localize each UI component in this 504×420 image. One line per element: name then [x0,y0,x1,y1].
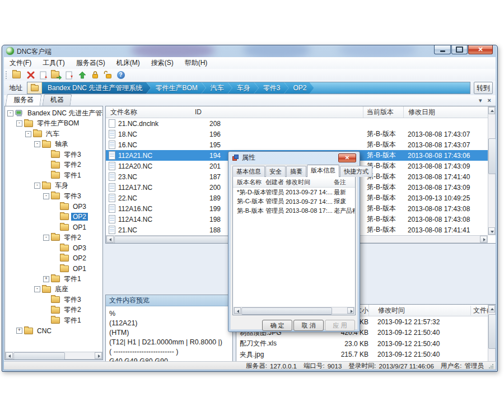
folder-icon [60,265,69,272]
tree-item-cnc[interactable]: CNC [5,326,102,337]
toolbar-grip [6,71,9,79]
file-list-header[interactable]: 文件名称 ID 当前版本 修改日期 [106,106,488,118]
version-row[interactable]: *第-D-版本管理员2013-09-27 14:...最新 [233,188,355,197]
menu-server[interactable]: 服务器(S) [71,57,111,69]
title-bar[interactable]: DNC客户端 ✕ [2,45,497,57]
tree-item[interactable]: OP1 [5,264,102,274]
dialog-title-bar[interactable]: 属性 ✕ [228,152,360,164]
new-folder-icon[interactable] [13,70,22,80]
menu-file[interactable]: 文件(F) [4,57,37,69]
apply-button[interactable]: 应 用 [325,320,355,331]
tree-item[interactable]: OP2 [5,253,102,264]
resize-grip[interactable] [488,363,494,369]
tree-item[interactable]: 零件1 [5,315,102,326]
app-icon [6,47,14,55]
menu-help[interactable]: 帮助(H) [179,57,213,69]
attachments-vscrollbar[interactable] [488,305,496,370]
tree-item[interactable]: OP3 [5,202,102,212]
expand-icon[interactable] [43,276,49,282]
tree-item-bearing[interactable]: 轴承 [5,139,102,150]
col-current-version[interactable]: 当前版本 [363,106,403,118]
version-row[interactable]: 第-B-版本管理员2013-08-08 17:...老产品程序 [233,206,355,216]
expand-icon[interactable] [16,328,22,334]
tree-item[interactable]: 零件1 [5,274,102,284]
collapse-icon[interactable] [43,193,49,199]
tree-item[interactable]: 零件3 [5,191,102,202]
file-icon [109,226,115,234]
tree-item[interactable]: 零件3 [5,150,102,160]
tab-server[interactable]: 服务器 [5,94,41,106]
tab-machine[interactable]: 机器 [43,94,72,106]
col-id[interactable]: ID [193,108,227,116]
tree-item-root[interactable]: Bandex DNC 先进生产管理系统 [5,108,102,119]
folder-icon [42,141,51,148]
tree-item[interactable]: OP1 [5,222,102,233]
delete-icon[interactable] [26,70,35,80]
tree-item[interactable]: 零件2 [5,232,102,243]
tree-item[interactable]: 零件1 [5,170,102,181]
tab-dropdown-icon[interactable]: ▾ [479,97,482,104]
version-list-header[interactable]: 版本名称 创建者 修改时间 备注 [233,177,355,188]
tree-item[interactable]: OP3 [5,243,102,254]
tab-security[interactable]: 安全 [265,166,286,177]
collapse-icon[interactable] [16,120,22,127]
col-attach-extra[interactable]: 文件(& [470,306,488,315]
file-row[interactable]: 21.NC.dnclnk208 [106,118,488,129]
tree-item-bom[interactable]: 零件生产BOM [5,119,102,129]
col-file-name[interactable]: 文件名称 [106,108,193,117]
maximize-button[interactable] [451,45,468,54]
menu-machine[interactable]: 机床(M) [111,57,146,69]
tree-item-op2-selected[interactable]: OP2 [5,212,102,222]
help-icon[interactable]: ? [116,70,125,80]
collapse-icon[interactable] [25,131,31,137]
cancel-button[interactable]: 取 消 [293,320,324,331]
check-in-file-icon[interactable] [39,70,48,80]
minimize-button[interactable] [434,45,451,54]
tab-summary[interactable]: 摘要 [286,166,306,177]
ok-button[interactable]: 确 定 [262,320,292,331]
collapse-icon[interactable] [34,183,40,189]
file-row[interactable]: 16.NC195第-B-版本2013-08-08 17:43:07 [106,139,488,150]
send-folder-icon[interactable] [52,70,61,80]
version-row[interactable]: 第-C-版本管理员2013-09-27 14:...报废 [233,197,355,207]
breadcrumb-item-part3[interactable]: 零件3 [254,82,289,94]
attachment-row[interactable]: 夹具.jpg215.7 KB2013-09-12 21:50:40 [236,349,488,361]
breadcrumb-item-body[interactable]: 车身 [228,82,259,94]
version-list-hscrollbar[interactable] [234,307,354,314]
breadcrumb-item-root[interactable]: Bandex DNC 先进生产管理系统 [42,82,151,94]
collapse-icon[interactable] [7,110,13,116]
menu-tools[interactable]: 工具(T) [37,57,70,69]
tree-hscrollbar[interactable] [5,352,102,360]
tree-item-carbody[interactable]: 车身 [5,181,102,192]
go-button[interactable]: 转到 [474,82,493,94]
tab-version-info[interactable]: 版本信息 [307,165,339,177]
tab-shortcut[interactable]: 快捷方式 [340,166,372,177]
tree-item-auto[interactable]: 汽车 [5,129,102,139]
dialog-close-button[interactable]: ✕ [338,153,356,162]
breadcrumb[interactable]: Bandex DNC 先进生产管理系统 零件生产BOM 汽车 车身 零件3 OP… [27,82,470,94]
tree-item-base[interactable]: 底座 [5,284,102,295]
toolbar: ? [4,69,496,81]
tree-item[interactable]: 零件2 [5,305,102,316]
collapse-icon[interactable] [43,235,49,241]
file-row[interactable]: 18.NC196第-B-版本2013-08-08 17:43:07 [106,129,488,139]
file-list-vscrollbar[interactable] [488,106,496,235]
close-button[interactable]: ✕ [468,45,493,54]
upload-arrow-icon[interactable] [77,70,87,80]
menu-search[interactable]: 搜索(S) [146,57,179,69]
col-attach-time[interactable]: 修改时间 [368,305,470,316]
lock-icon[interactable] [90,70,100,80]
breadcrumb-item-op2[interactable]: OP2 [284,82,315,94]
breadcrumb-item-auto[interactable]: 汽车 [202,82,232,94]
unlock-icon[interactable] [103,70,113,80]
attachment-row[interactable]: 配刀文件.xls23.0 KB2013-09-12 21:50:40 [236,338,488,349]
breadcrumb-item-bom[interactable]: 零件生产BOM [146,82,206,94]
check-out-file-icon[interactable] [64,70,74,80]
tab-basic-info[interactable]: 基本信息 [232,166,265,177]
tab-close-icon[interactable]: × [488,97,491,104]
collapse-icon[interactable] [34,286,40,292]
collapse-icon[interactable] [34,141,40,147]
col-modified-date[interactable]: 修改日期 [403,106,488,118]
tree-item[interactable]: 零件2 [5,160,102,171]
tree-item[interactable]: 零件3 [5,295,102,305]
